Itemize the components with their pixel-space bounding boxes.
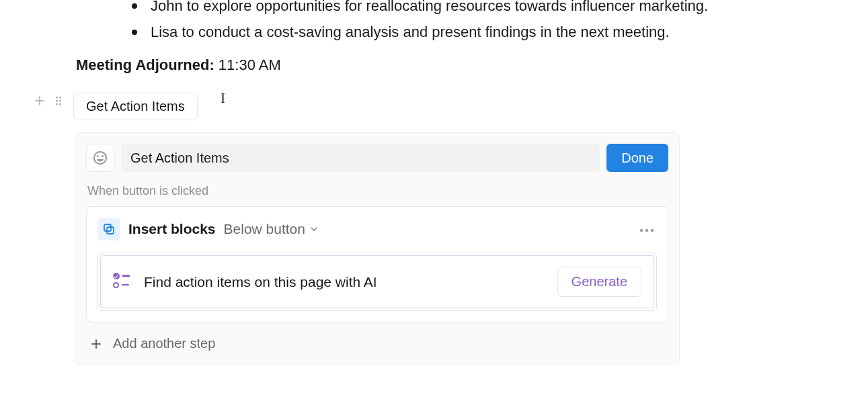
action-position-selector[interactable]: Below button bbox=[224, 221, 319, 237]
more-options-button[interactable] bbox=[637, 220, 657, 238]
insert-blocks-icon bbox=[97, 218, 120, 240]
button-config-panel: Done When button is clicked Insert block… bbox=[75, 132, 680, 365]
add-block-icon[interactable] bbox=[32, 93, 47, 108]
action-position-label: Below button bbox=[224, 221, 305, 237]
add-step-label: Add another step bbox=[113, 336, 215, 351]
when-clicked-label: When button is clicked bbox=[87, 184, 668, 198]
text-cursor-icon bbox=[221, 100, 221, 114]
generate-button[interactable]: Generate bbox=[557, 267, 641, 297]
button-title-input[interactable] bbox=[121, 144, 600, 172]
svg-point-3 bbox=[59, 97, 61, 99]
ai-prompt-text[interactable]: Find action items on this page with AI bbox=[144, 274, 545, 290]
meeting-adjourned-line[interactable]: Meeting Adjourned: 11:30 AM bbox=[76, 56, 868, 74]
action-items-icon bbox=[113, 273, 132, 292]
add-another-step-button[interactable]: Add another step bbox=[86, 333, 668, 354]
config-header: Done bbox=[86, 144, 668, 172]
svg-point-7 bbox=[59, 103, 61, 105]
block-handles bbox=[32, 93, 66, 108]
drag-handle-icon[interactable] bbox=[51, 93, 66, 108]
svg-point-8 bbox=[97, 155, 99, 157]
svg-point-14 bbox=[651, 229, 654, 232]
chevron-down-icon bbox=[309, 221, 319, 237]
bullet-list: John to explore opportunities for reallo… bbox=[76, 0, 868, 43]
ai-action-row: Find action items on this page with AI G… bbox=[97, 253, 657, 311]
svg-point-5 bbox=[59, 100, 61, 102]
adjourned-time: 11:30 AM bbox=[219, 56, 281, 73]
svg-point-13 bbox=[645, 229, 648, 232]
svg-point-4 bbox=[56, 100, 58, 102]
list-item-text: John to explore opportunities for reallo… bbox=[151, 0, 708, 17]
bullet-dot-icon bbox=[132, 3, 137, 9]
svg-point-6 bbox=[56, 103, 58, 105]
done-button[interactable]: Done bbox=[606, 144, 668, 172]
list-item[interactable]: Lisa to conduct a cost-saving analysis a… bbox=[132, 21, 868, 43]
plus-icon bbox=[89, 337, 104, 351]
bullet-dot-icon bbox=[132, 30, 137, 35]
adjourned-label: Meeting Adjourned: bbox=[76, 56, 214, 73]
list-item-text: Lisa to conduct a cost-saving analysis a… bbox=[151, 21, 670, 43]
emoji-picker-button[interactable] bbox=[86, 144, 114, 172]
list-item[interactable]: John to explore opportunities for reallo… bbox=[132, 0, 868, 17]
action-button-block[interactable]: Get Action Items bbox=[73, 93, 198, 120]
action-card: Insert blocks Below button bbox=[86, 206, 668, 322]
action-header: Insert blocks Below button bbox=[97, 218, 657, 240]
svg-point-9 bbox=[102, 155, 104, 157]
svg-point-12 bbox=[640, 229, 643, 232]
button-block-label: Get Action Items bbox=[86, 99, 185, 114]
svg-point-2 bbox=[56, 97, 58, 99]
action-title: Insert blocks bbox=[128, 221, 216, 237]
